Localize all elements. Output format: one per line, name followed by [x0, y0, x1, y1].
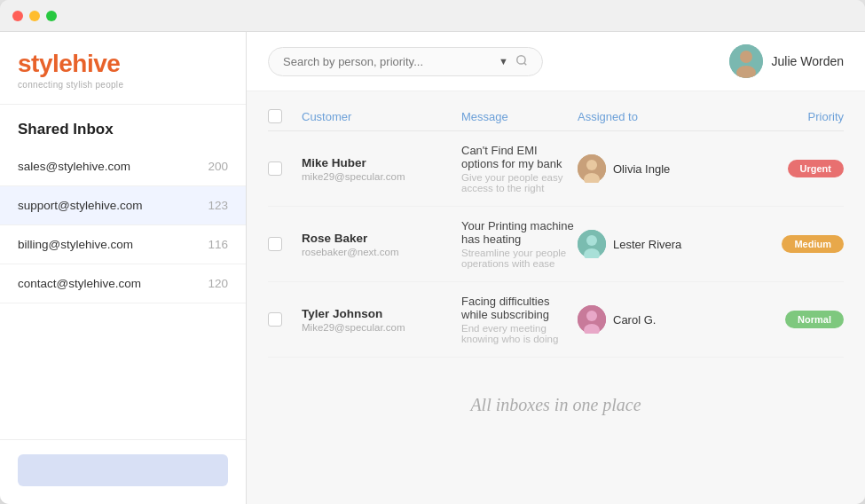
message-title: Facing difficulties while subscribing	[461, 295, 578, 321]
top-bar: ▼ J	[247, 32, 865, 91]
agent-name: Olivia Ingle	[613, 162, 670, 176]
row-checkbox[interactable]	[268, 237, 282, 251]
assigned-cell: Carol G.	[578, 305, 746, 334]
agent-avatar	[578, 305, 606, 334]
inbox-item-billing[interactable]: billing@stylehive.com 116	[0, 225, 246, 264]
customer-email: rosebaker@next.com	[302, 247, 461, 257]
agent-avatar	[578, 154, 606, 183]
maximize-button[interactable]	[46, 11, 57, 21]
customer-email: mike29@specular.com	[302, 171, 461, 182]
agent-name: Carol G.	[613, 313, 656, 327]
message-preview: Streamline your people operations with e…	[461, 248, 578, 269]
svg-point-12	[586, 311, 597, 321]
priority-cell: Urgent	[746, 160, 844, 177]
agent-name: Lester Rivera	[613, 238, 681, 251]
inbox-count: 120	[208, 277, 228, 290]
bottom-note: All inboxes in one place	[470, 379, 641, 426]
table-row: Rose Baker rosebaker@next.com Your Print…	[268, 207, 844, 282]
close-button[interactable]	[12, 11, 23, 21]
priority-badge: Normal	[785, 311, 844, 328]
customer-name: Tyler Johnson	[302, 307, 461, 320]
customer-cell: Rose Baker rosebaker@next.com	[302, 232, 461, 257]
col-header-assigned: Assigned to	[578, 110, 746, 123]
search-bar[interactable]: ▼	[268, 47, 543, 76]
user-name: Julie Worden	[772, 54, 844, 68]
svg-line-1	[524, 62, 527, 65]
titlebar	[0, 0, 865, 32]
svg-point-6	[586, 160, 597, 170]
main-content: ▼ J	[247, 32, 865, 504]
inbox-count: 123	[208, 199, 228, 212]
svg-point-0	[517, 55, 525, 63]
customer-cell: Mike Huber mike29@specular.com	[302, 156, 461, 182]
inbox-count: 116	[208, 238, 228, 251]
inbox-count: 200	[208, 160, 228, 173]
assigned-cell: Olivia Ingle	[578, 154, 746, 183]
message-cell: Your Printing machine has heating Stream…	[461, 219, 578, 269]
logo: stylehive	[18, 50, 228, 78]
col-header-customer: Customer	[302, 110, 461, 123]
table-row: Mike Huber mike29@specular.com Can't Fin…	[268, 131, 844, 207]
inbox-list: sales@stylehive.com 200 support@stylehiv…	[0, 147, 246, 439]
avatar	[729, 44, 763, 78]
inbox-email: billing@stylehive.com	[18, 238, 133, 251]
inbox-item-support[interactable]: support@stylehive.com 123	[0, 186, 246, 225]
search-icon	[515, 54, 528, 69]
customer-name: Rose Baker	[302, 232, 461, 245]
select-all-checkbox[interactable]	[268, 109, 282, 123]
inbox-item-sales[interactable]: sales@stylehive.com 200	[0, 147, 246, 186]
col-header-message: Message	[461, 110, 578, 123]
logo-area: stylehive connecting stylish people	[0, 32, 246, 105]
priority-cell: Medium	[746, 235, 844, 253]
sidebar-footer	[0, 439, 246, 504]
col-header-priority: Priority	[746, 110, 844, 123]
assigned-cell: Lester Rivera	[578, 230, 746, 258]
inbox-email: contact@stylehive.com	[18, 277, 141, 290]
sidebar: stylehive connecting stylish people Shar…	[0, 32, 247, 504]
inbox-email: support@stylehive.com	[18, 199, 143, 212]
table-row: Tyler Johnson Mike29@specular.com Facing…	[268, 282, 844, 358]
message-title: Your Printing machine has heating	[461, 219, 578, 246]
priority-badge: Urgent	[788, 160, 844, 177]
svg-point-3	[740, 51, 752, 63]
footer-action-button[interactable]	[18, 454, 228, 486]
message-preview: End every meeting knowing who is doing	[461, 323, 578, 344]
search-input[interactable]	[283, 55, 491, 68]
row-checkbox[interactable]	[268, 312, 282, 327]
agent-avatar	[578, 230, 606, 258]
priority-cell: Normal	[746, 311, 844, 328]
inbox-email: sales@stylehive.com	[18, 160, 130, 173]
table-header: Customer Message Assigned to Priority	[268, 100, 844, 131]
table-area: Customer Message Assigned to Priority Mi…	[247, 91, 865, 504]
message-preview: Give your people easy access to the righ…	[461, 172, 578, 193]
minimize-button[interactable]	[29, 11, 40, 21]
filter-icon[interactable]: ▼	[499, 56, 508, 67]
message-cell: Can't Find EMI options for my bank Give …	[461, 144, 578, 193]
customer-cell: Tyler Johnson Mike29@specular.com	[302, 307, 461, 333]
svg-point-9	[586, 235, 597, 246]
priority-badge: Medium	[782, 235, 844, 253]
customer-name: Mike Huber	[302, 156, 461, 169]
message-title: Can't Find EMI options for my bank	[461, 144, 578, 170]
message-cell: Facing difficulties while subscribing En…	[461, 295, 578, 344]
app-window: stylehive connecting stylish people Shar…	[0, 0, 865, 504]
traffic-lights	[12, 11, 57, 21]
inbox-item-contact[interactable]: contact@stylehive.com 120	[0, 264, 246, 303]
app-body: stylehive connecting stylish people Shar…	[0, 32, 865, 504]
section-title: Shared Inbox	[0, 105, 246, 147]
row-checkbox[interactable]	[268, 161, 282, 176]
customer-email: Mike29@specular.com	[302, 322, 461, 333]
logo-tagline: connecting stylish people	[18, 80, 228, 90]
user-info: Julie Worden	[729, 44, 844, 78]
